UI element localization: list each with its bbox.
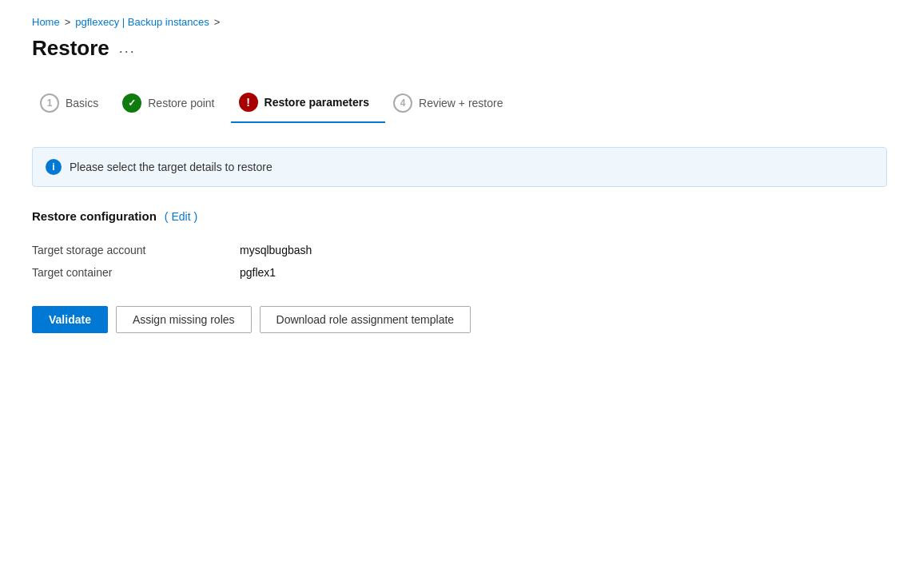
config-label-container: Target container [32,266,208,279]
step-review-restore-label: Review + restore [419,97,503,109]
info-banner-text: Please select the target details to rest… [70,161,273,173]
step-restore-parameters-label: Restore parameters [265,96,370,109]
step-restore-point-circle: ✓ [122,93,141,113]
breadcrumb-home[interactable]: Home [32,16,60,28]
breadcrumb: Home > pgflexecy | Backup instances > [32,16,887,28]
page-title-row: Restore ... [32,36,887,61]
breadcrumb-instance[interactable]: pgflexecy | Backup instances [75,16,209,28]
step-review-restore-circle: 4 [393,93,412,113]
info-banner: i Please select the target details to re… [32,147,887,187]
breadcrumb-sep1: > [65,16,71,28]
action-buttons: Validate Assign missing roles Download r… [32,306,887,333]
edit-link[interactable]: ( Edit ) [165,210,197,223]
config-label-storage: Target storage account [32,244,208,256]
step-basics-label: Basics [66,97,98,109]
step-basics[interactable]: 1 Basics [32,85,114,122]
config-value-storage: mysqlbugbash [240,244,312,256]
page-title: Restore [32,36,109,61]
info-icon: i [46,159,62,175]
step-restore-parameters-circle: ! [239,93,258,112]
restore-config-header: Restore configuration ( Edit ) [32,209,887,223]
step-restore-parameters[interactable]: ! Restore parameters [231,85,386,123]
step-restore-point[interactable]: ✓ Restore point [114,85,230,122]
wizard-steps: 1 Basics ✓ Restore point ! Restore param… [32,85,887,123]
validate-button[interactable]: Validate [32,306,108,333]
breadcrumb-sep2: > [214,16,221,28]
step-restore-point-label: Restore point [148,97,214,109]
config-value-container: pgflex1 [240,266,276,279]
download-template-button[interactable]: Download role assignment template [260,306,471,333]
config-row-container: Target container pgflex1 [32,261,887,284]
config-table: Target storage account mysqlbugbash Targ… [32,239,887,284]
more-options-button[interactable]: ... [119,40,136,57]
config-row-storage: Target storage account mysqlbugbash [32,239,887,261]
step-review-restore[interactable]: 4 Review + restore [385,85,519,122]
restore-config-title: Restore configuration [32,209,157,223]
step-basics-circle: 1 [40,93,59,113]
assign-missing-roles-button[interactable]: Assign missing roles [116,306,252,333]
